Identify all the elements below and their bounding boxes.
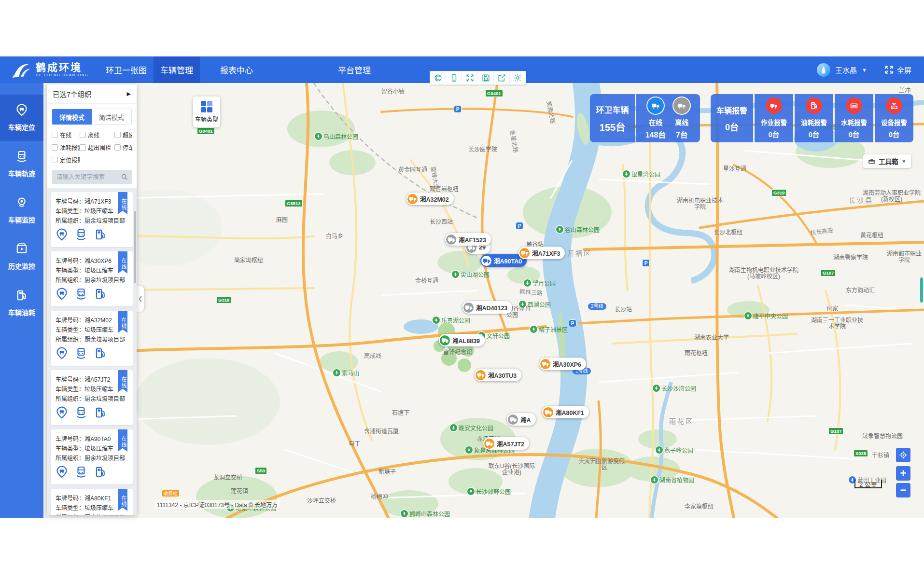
checkbox-icon bbox=[52, 132, 58, 138]
locate-button[interactable] bbox=[896, 448, 910, 462]
measure-tool-icon[interactable] bbox=[430, 71, 446, 84]
offline-label: 离线 bbox=[675, 117, 688, 127]
panel-collapse-handle[interactable]: ❮ bbox=[137, 286, 144, 312]
locate-vehicle-icon[interactable] bbox=[56, 288, 68, 302]
toolbox-button[interactable]: 工具箱 ▼ bbox=[863, 154, 911, 168]
mode-tab[interactable]: 简洁模式 bbox=[92, 109, 131, 124]
filter-checkbox[interactable]: 油耗报警 bbox=[52, 143, 80, 152]
filter-checkbox[interactable]: 超出围栏 bbox=[80, 143, 114, 152]
map-vehicle-marker[interactable]: 湘A bbox=[507, 413, 536, 426]
vehicle-card[interactable]: 车牌号码：湘A57JT2车辆类型：垃圾压缩车所属组织：厨余垃圾项目部在线 bbox=[51, 370, 133, 425]
checkbox-icon bbox=[80, 132, 86, 138]
truck-alarm-icon bbox=[766, 97, 782, 114]
selected-org-header: 已选7个组织 bbox=[53, 89, 92, 99]
alarm-stat-cell: 设备报警0台 bbox=[875, 94, 913, 142]
truck-icon bbox=[543, 407, 553, 417]
filter-checkbox[interactable]: 离线 bbox=[80, 131, 114, 139]
fleet-label: 环卫车辆 bbox=[596, 103, 629, 115]
user-avatar[interactable] bbox=[817, 63, 830, 77]
panel-scrollbar[interactable] bbox=[134, 211, 136, 283]
map-attribution: 1111342 - 京ICP证030173号 - Data © 长地万方 bbox=[154, 500, 280, 509]
map-vehicle-marker[interactable]: 湘AD40123 bbox=[462, 301, 512, 314]
map-vehicle-marker[interactable]: 湘A71XF3 bbox=[518, 247, 565, 259]
fuel-vehicle-icon[interactable] bbox=[94, 347, 107, 361]
sidebar-item-label: 车辆轨迹 bbox=[8, 168, 35, 178]
map-vehicle-marker[interactable]: 湘A30TU3 bbox=[475, 369, 521, 381]
map-side-scrollbar[interactable] bbox=[920, 277, 923, 303]
map-canvas[interactable]: 智谷小镇长沙医学院乌山森林公园月亮岛黄金园互通观音岩枢纽银星湾公园谷山森林公园麓… bbox=[43, 83, 924, 518]
filter-checkbox[interactable]: 定位报警 bbox=[52, 156, 80, 164]
org-expand-arrow-icon[interactable]: ▶ bbox=[127, 91, 131, 97]
zoom-in-button[interactable]: + bbox=[896, 466, 910, 481]
fuel-vehicle-icon[interactable] bbox=[94, 228, 107, 243]
fullscreen-icon bbox=[884, 65, 894, 74]
vehicle-alarm-label: 车辆报警 bbox=[716, 104, 747, 116]
track-vehicle-icon[interactable] bbox=[75, 466, 87, 480]
fuel-vehicle-icon[interactable] bbox=[94, 466, 107, 480]
vehicle-type-button[interactable]: 车辆类型 bbox=[193, 97, 220, 127]
vehicle-plate: 车牌号码：湘A80KF1 bbox=[56, 494, 128, 503]
user-name[interactable]: 王水晶 bbox=[835, 65, 857, 75]
track-vehicle-icon[interactable] bbox=[75, 347, 87, 361]
vehicle-type-grid-icon bbox=[201, 101, 212, 112]
fuel-vehicle-icon[interactable] bbox=[94, 406, 107, 421]
search-input[interactable] bbox=[52, 170, 132, 184]
alarm-value: 0台 bbox=[809, 129, 820, 139]
fuelp-alarm-icon bbox=[806, 97, 822, 114]
vehicle-card[interactable]: 车牌号码：湘A71XF3车辆类型：垃圾压缩车所属组织：厨余垃圾项目部在线 bbox=[51, 192, 133, 247]
sidebar-item[interactable]: 车辆轨迹 bbox=[0, 141, 43, 187]
sidebar-item[interactable]: 车辆油耗 bbox=[0, 280, 43, 326]
sidebar-item[interactable]: 历史监控 bbox=[0, 234, 43, 280]
alarm-label: 设备报警 bbox=[881, 117, 907, 127]
nav-item[interactable]: 平台管理 bbox=[331, 56, 378, 83]
nav-item[interactable]: 车辆管理 bbox=[154, 56, 200, 83]
map-toolbar bbox=[430, 71, 526, 85]
locate-vehicle-icon[interactable] bbox=[56, 466, 68, 480]
nav-item[interactable]: 报表中心 bbox=[213, 56, 260, 83]
track-vehicle-icon[interactable] bbox=[75, 288, 87, 302]
search-icon[interactable] bbox=[121, 173, 128, 182]
fuel-vehicle-icon[interactable] bbox=[94, 288, 107, 302]
vehicle-card[interactable]: 车牌号码：湘A30XP6车辆类型：垃圾压缩车所属组织：厨余垃圾项目部在线 bbox=[51, 251, 133, 306]
sidebar-item[interactable]: 车辆监控 bbox=[0, 187, 43, 234]
fuel-icon bbox=[15, 289, 28, 304]
sidebar-item[interactable]: 车辆定位 bbox=[0, 95, 43, 141]
truck-icon bbox=[484, 439, 494, 449]
chevron-down-icon[interactable]: ▼ bbox=[862, 67, 867, 73]
offline-stat: 离线 7台 bbox=[672, 97, 691, 140]
filter-checkbox[interactable]: 在线 bbox=[52, 131, 80, 139]
filter-checkbox[interactable]: 超速报警 bbox=[114, 131, 132, 139]
nav-item[interactable]: 环卫一张图 bbox=[99, 56, 154, 83]
vehicle-card[interactable]: 车牌号码：湘A90TA0车辆类型：垃圾压缩车所属组织：厨余垃圾项目部在线 bbox=[51, 429, 133, 484]
mode-tab[interactable]: 详情模式 bbox=[52, 109, 92, 124]
fullscreen-button[interactable]: 全屏 bbox=[884, 65, 911, 75]
locate-vehicle-icon[interactable] bbox=[56, 347, 68, 361]
map-vehicle-marker[interactable]: 湘A80KF1 bbox=[542, 406, 589, 418]
filter-checkbox[interactable]: 停车报警 bbox=[114, 143, 132, 152]
map-vehicle-marker[interactable]: 湘AF1523 bbox=[445, 233, 491, 246]
locate-vehicle-icon[interactable] bbox=[56, 406, 68, 421]
save-tool-icon[interactable] bbox=[478, 71, 494, 84]
toolbox-icon bbox=[868, 158, 875, 165]
vehicle-card[interactable]: 车牌号码：湘A32M02车辆类型：垃圾压缩车所属组织：厨余垃圾项目部在线 bbox=[51, 311, 133, 366]
zoom-out-button[interactable]: − bbox=[896, 483, 910, 497]
track-vehicle-icon[interactable] bbox=[75, 406, 87, 421]
map-vehicle-marker[interactable]: 湘A30XP6 bbox=[539, 358, 586, 370]
share-tool-icon[interactable] bbox=[494, 71, 510, 84]
settings-tool-icon[interactable] bbox=[510, 71, 526, 84]
water-alarm-icon bbox=[846, 97, 862, 114]
expand-tool-icon[interactable] bbox=[462, 71, 478, 84]
locate-vehicle-icon[interactable] bbox=[56, 228, 68, 243]
brand-name: 鹤成环境 bbox=[36, 62, 88, 73]
vehicle-org: 所属组织：厨余垃圾项目部 bbox=[56, 454, 128, 463]
map-vehicle-marker[interactable]: 湘A32M02 bbox=[406, 193, 454, 205]
vehicle-org: 所属组织：厨余垃圾项目部 bbox=[56, 513, 128, 515]
map-vehicle-marker[interactable]: 湘A57JT2 bbox=[483, 437, 529, 450]
vehicle-plate: 车牌号码：湘A90TA0 bbox=[56, 434, 128, 444]
vehicle-card[interactable]: 车牌号码：湘A80KF1车辆类型：垃圾压缩车所属组织：厨余垃圾项目部在线 bbox=[51, 489, 133, 515]
tablet-tool-icon[interactable] bbox=[446, 71, 462, 84]
track-vehicle-icon[interactable] bbox=[75, 228, 87, 243]
map-vehicle-marker[interactable]: 湘AL8839 bbox=[439, 334, 485, 346]
vehicle-card-list: 车牌号码：湘A71XF3车辆类型：垃圾压缩车所属组织：厨余垃圾项目部在线车牌号码… bbox=[47, 188, 137, 515]
alarm-value: 0台 bbox=[849, 129, 860, 139]
